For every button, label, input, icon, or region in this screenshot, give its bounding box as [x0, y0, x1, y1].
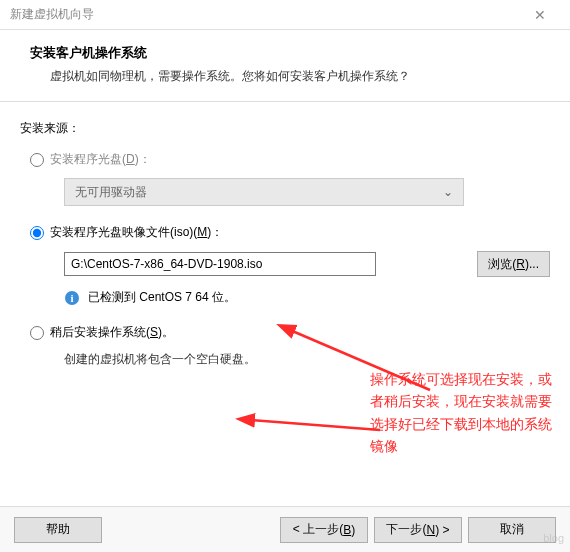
next-button[interactable]: 下一步(N) > [374, 517, 462, 543]
cancel-button[interactable]: 取消 [468, 517, 556, 543]
browse-button[interactable]: 浏览(R)... [477, 251, 550, 277]
info-icon: i [64, 290, 80, 306]
chevron-down-icon: ⌄ [443, 185, 453, 199]
iso-detected-text: 已检测到 CentOS 7 64 位。 [88, 289, 236, 306]
radio-later-input[interactable] [30, 326, 44, 340]
radio-iso-file[interactable]: 安装程序光盘映像文件(iso)(M)： [30, 224, 550, 241]
install-source-label: 安装来源： [20, 120, 550, 137]
radio-disc-label: 安装程序光盘(D)： [50, 151, 151, 168]
wizard-content: 安装来源： 安装程序光盘(D)： 无可用驱动器 ⌄ 安装程序光盘映像文件(iso… [0, 102, 570, 388]
window-title: 新建虚拟机向导 [10, 6, 520, 23]
radio-iso-input[interactable] [30, 226, 44, 240]
window-close-button[interactable]: ✕ [520, 7, 560, 23]
page-subtitle: 虚拟机如同物理机，需要操作系统。您将如何安装客户机操作系统？ [30, 68, 540, 85]
wizard-header: 安装客户机操作系统 虚拟机如同物理机，需要操作系统。您将如何安装客户机操作系统？ [0, 30, 570, 102]
svg-text:i: i [70, 292, 73, 304]
radio-disc-input[interactable] [30, 153, 44, 167]
back-button[interactable]: < 上一步(B) [280, 517, 368, 543]
iso-detected-row: i 已检测到 CentOS 7 64 位。 [64, 289, 550, 306]
radio-installer-disc[interactable]: 安装程序光盘(D)： [30, 151, 550, 168]
install-later-hint: 创建的虚拟机将包含一个空白硬盘。 [64, 351, 550, 368]
radio-later-label: 稍后安装操作系统(S)。 [50, 324, 174, 341]
iso-path-input[interactable]: G:\CentOS-7-x86_64-DVD-1908.iso [64, 252, 376, 276]
help-button[interactable]: 帮助 [14, 517, 102, 543]
radio-install-later[interactable]: 稍后安装操作系统(S)。 [30, 324, 550, 341]
wizard-footer: 帮助 < 上一步(B) 下一步(N) > 取消 [0, 506, 570, 552]
page-title: 安装客户机操作系统 [30, 44, 540, 62]
titlebar: 新建虚拟机向导 ✕ [0, 0, 570, 30]
drive-combo-text: 无可用驱动器 [75, 184, 147, 201]
drive-combo[interactable]: 无可用驱动器 ⌄ [64, 178, 464, 206]
svg-line-3 [250, 420, 380, 430]
radio-iso-label: 安装程序光盘映像文件(iso)(M)： [50, 224, 223, 241]
